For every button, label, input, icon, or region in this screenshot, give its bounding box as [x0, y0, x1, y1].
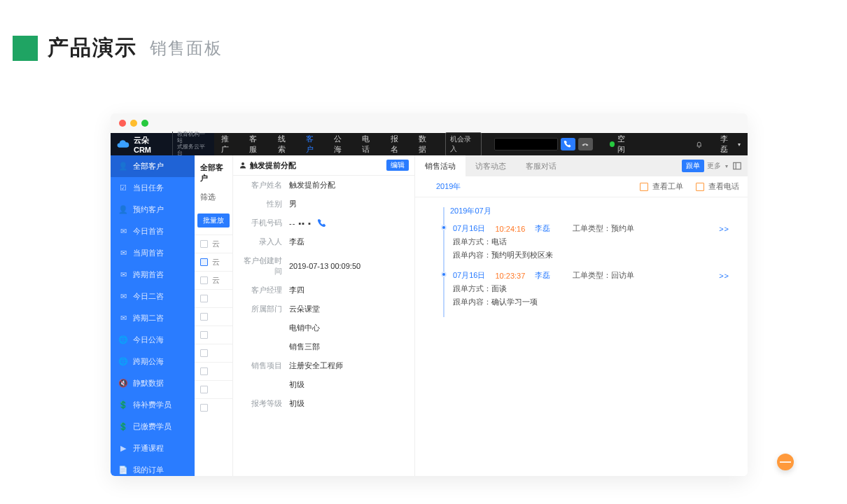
sidebar-icon: 📄 — [119, 466, 127, 475]
list-item[interactable]: 云 — [195, 271, 232, 289]
call-button[interactable] — [561, 138, 575, 150]
sidebar-item-13[interactable]: ▶开通课程 — [111, 438, 195, 459]
checkbox-icon — [200, 295, 208, 302]
activity-filter-row: 2019年 查看工单 查看电话 — [415, 176, 748, 197]
activity-tab-2[interactable]: 客服对话 — [516, 155, 566, 176]
activity-panel: 销售活动访客动态客服对话 跟单 更多 ▾ 2019年 查看工单 查看电话 — [415, 155, 748, 476]
checkbox-icon — [200, 240, 208, 248]
sidebar-icon: 👤 — [119, 206, 127, 214]
sidebar-item-11[interactable]: 💲待补费学员 — [111, 394, 195, 416]
opportunity-button[interactable]: 机会录入 — [445, 132, 482, 156]
list-item[interactable] — [195, 380, 232, 398]
cloud-logo-icon — [116, 137, 130, 151]
sidebar-icon: ☑ — [119, 184, 127, 192]
detail-label: 性别 — [239, 199, 289, 209]
detail-label: 客户经理 — [239, 285, 289, 295]
chevron-down-icon[interactable]: ▾ — [738, 141, 741, 148]
nav-item-3[interactable]: 客户 — [299, 133, 327, 155]
filter-label[interactable]: 筛选 — [195, 188, 232, 206]
sidebar-item-label: 当日任务 — [133, 183, 164, 193]
entry-time: 10:23:37 — [495, 272, 525, 280]
chevron-down-icon[interactable]: ▾ — [725, 163, 728, 169]
detail-row: 销售三部 — [233, 337, 414, 356]
sidebar-item-7[interactable]: ✉跨期二咨 — [111, 307, 195, 329]
sidebar-item-3[interactable]: ✉今日首咨 — [111, 220, 195, 242]
list-item[interactable] — [195, 398, 232, 416]
customer-list-column: 全部客户 筛选 批量放 云云云 — [195, 155, 233, 476]
sidebar-item-2[interactable]: 👤预约客户 — [111, 199, 195, 220]
checkbox-icon — [200, 349, 208, 357]
list-item[interactable]: 云 — [195, 234, 232, 253]
sidebar-item-1[interactable]: ☑当日任务 — [111, 177, 195, 199]
phone-down-icon — [581, 140, 589, 148]
entry-user[interactable]: 李磊 — [535, 270, 550, 281]
view-call-checkbox[interactable]: 查看电话 — [696, 181, 739, 192]
minimize-icon[interactable] — [130, 120, 137, 127]
bulk-release-button[interactable]: 批量放 — [197, 214, 230, 227]
sidebar-item-10[interactable]: 🔇静默数据 — [111, 372, 195, 394]
nav-item-4[interactable]: 公海 — [327, 133, 355, 155]
sidebar-item-0[interactable]: 👤全部客户 — [111, 155, 195, 177]
follow-button[interactable]: 跟单 — [682, 160, 704, 172]
sidebar-item-label: 今日首咨 — [133, 226, 164, 237]
nav-item-2[interactable]: 线索 — [271, 133, 299, 155]
year-label[interactable]: 2019年 — [436, 181, 461, 192]
entry-expand[interactable]: >> — [719, 225, 732, 233]
brand[interactable]: 云朵CRM 教育机构一站式服务云平台 — [111, 133, 214, 155]
sidebar-item-5[interactable]: ✉跨期首咨 — [111, 264, 195, 286]
entry-method: 跟单方式：面谈 — [453, 281, 732, 294]
close-icon[interactable] — [119, 120, 126, 127]
nav-item-0[interactable]: 推广 — [214, 133, 242, 155]
detail-label: 报考等级 — [239, 398, 289, 409]
list-item[interactable] — [195, 362, 232, 380]
nav-item-6[interactable]: 报名 — [384, 133, 412, 155]
list-item[interactable] — [195, 344, 232, 362]
sidebar-item-12[interactable]: 💲已缴费学员 — [111, 416, 195, 438]
sidebar-item-6[interactable]: ✉今日二咨 — [111, 286, 195, 307]
sidebar-item-14[interactable]: 📄我的订单 — [111, 459, 195, 476]
view-ticket-checkbox[interactable]: 查看工单 — [640, 181, 683, 192]
sidebar-item-label: 跨期首咨 — [133, 270, 164, 280]
list-item[interactable]: 云 — [195, 253, 232, 271]
sidebar-icon: 👤 — [119, 162, 127, 171]
entry-expand[interactable]: >> — [719, 272, 732, 280]
status-label: 空闲 — [617, 134, 632, 155]
timeline-entry: 07月16日10:23:37李磊工单类型：回访单>>跟单方式：面谈跟单内容：确认… — [442, 270, 732, 317]
search-input[interactable] — [494, 138, 558, 150]
list-item[interactable] — [195, 289, 232, 307]
list-item[interactable] — [195, 326, 232, 344]
detail-value: -- ▪▪ ▪ — [289, 218, 327, 228]
sidebar-item-8[interactable]: 🌐今日公海 — [111, 329, 195, 351]
nav-item-7[interactable]: 数据 — [412, 133, 440, 155]
sidebar-icon: 💲 — [119, 401, 127, 410]
list-item[interactable] — [195, 307, 232, 326]
timeline-month: 2019年07月 — [450, 206, 732, 216]
more-link[interactable]: 更多 — [707, 161, 721, 171]
detail-row: 销售项目注册安全工程师 — [233, 356, 414, 375]
collapse-fab-button[interactable]: — — [777, 454, 794, 470]
activity-tab-1[interactable]: 访客动态 — [465, 155, 516, 176]
entry-user[interactable]: 李磊 — [535, 223, 550, 234]
sidebar-item-4[interactable]: ✉当周首咨 — [111, 242, 195, 264]
list-title: 全部客户 — [195, 155, 232, 188]
sidebar-item-9[interactable]: 🌐跨期公海 — [111, 351, 195, 372]
current-user[interactable]: 李磊 — [720, 134, 735, 155]
expand-icon[interactable] — [732, 161, 742, 171]
person-icon — [239, 161, 247, 169]
hangup-button[interactable] — [578, 138, 593, 150]
phone-icon[interactable] — [317, 218, 327, 228]
checkbox-icon — [200, 331, 208, 339]
sidebar-item-label: 今日公海 — [133, 335, 164, 345]
bell-icon[interactable] — [695, 140, 703, 148]
detail-row: 性别男 — [233, 195, 414, 214]
brand-name: 云朵CRM — [134, 135, 165, 154]
nav-item-5[interactable]: 电话 — [355, 133, 383, 155]
sidebar-item-label: 我的订单 — [133, 465, 164, 475]
page-header: 产品演示 销售面板 — [0, 0, 847, 62]
nav-item-1[interactable]: 客服 — [242, 133, 270, 155]
maximize-icon[interactable] — [141, 120, 148, 127]
activity-tab-0[interactable]: 销售活动 — [415, 155, 465, 176]
svg-rect-0 — [734, 162, 741, 169]
edit-button[interactable]: 编辑 — [386, 160, 409, 171]
sidebar-item-label: 全部客户 — [133, 161, 164, 172]
